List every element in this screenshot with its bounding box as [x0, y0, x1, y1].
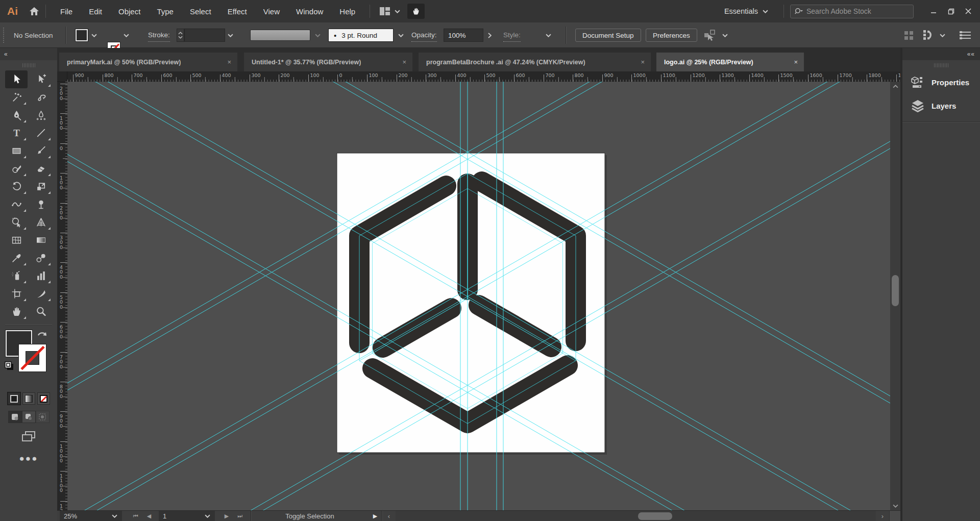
document-setup-button[interactable]: Document Setup — [575, 29, 641, 42]
paintbrush-tool-icon[interactable] — [30, 142, 52, 160]
swap-fill-stroke-icon[interactable] — [37, 331, 48, 341]
rotate-tool-icon[interactable] — [5, 178, 28, 195]
vertical-ruler[interactable]: 2 0 01 0 001 0 02 0 03 0 04 0 05 0 06 0 … — [57, 82, 67, 510]
magic-wand-tool-icon[interactable] — [5, 88, 28, 106]
width-tool-icon[interactable] — [5, 195, 28, 213]
color-button[interactable] — [8, 392, 20, 405]
menu-edit[interactable]: Edit — [81, 0, 110, 22]
menu-view[interactable]: View — [255, 0, 288, 22]
direct-selection-tool-icon[interactable] — [30, 70, 52, 88]
stroke-weight-stepper[interactable] — [177, 29, 184, 42]
select-similar-chevron-icon[interactable] — [720, 29, 730, 42]
ruler-origin-corner[interactable] — [57, 71, 67, 82]
style-chevron-icon[interactable] — [543, 29, 553, 42]
artboard-number-field[interactable]: 1 — [159, 511, 200, 521]
status-expand-icon[interactable]: ▶ — [369, 513, 382, 519]
preferences-button[interactable]: Preferences — [646, 29, 697, 42]
panel-grip[interactable] — [902, 63, 980, 67]
style-label[interactable]: Style: — [503, 29, 521, 42]
arrange-documents-icon[interactable] — [379, 7, 400, 16]
symbol-sprayer-tool-icon[interactable] — [5, 267, 28, 285]
hscroll-left-icon[interactable]: ‹ — [382, 512, 396, 520]
zoom-tool-icon[interactable] — [30, 303, 52, 320]
brush-definition-dropdown[interactable]: • 3 pt. Round — [328, 29, 394, 42]
hand-tool-toggle-icon[interactable] — [407, 4, 425, 19]
menu-window[interactable]: Window — [288, 0, 331, 22]
select-similar-icon[interactable] — [703, 29, 717, 42]
draw-normal-icon[interactable] — [8, 411, 22, 423]
menu-object[interactable]: Object — [110, 0, 149, 22]
curvature-tool-icon[interactable] — [30, 106, 52, 124]
stroke-weight-field[interactable] — [184, 29, 225, 42]
gradient-tool-icon[interactable] — [30, 231, 52, 249]
document-tab[interactable]: logo.ai @ 25% (RGB/Preview)× — [656, 53, 804, 71]
menu-file[interactable]: File — [52, 0, 81, 22]
screen-mode-icon[interactable] — [0, 430, 57, 442]
snap-options-icon[interactable] — [923, 29, 935, 42]
shaper-tool-icon[interactable] — [5, 160, 28, 178]
stroke-weight-label[interactable]: Stroke: — [148, 29, 170, 42]
zoom-level-field[interactable]: 25% — [60, 511, 107, 521]
default-fill-stroke-icon[interactable] — [4, 361, 14, 371]
scroll-down-icon[interactable] — [890, 501, 900, 510]
close-icon[interactable] — [960, 4, 977, 19]
first-artboard-icon[interactable]: ⏮ — [129, 513, 142, 519]
opacity-field[interactable]: 100% — [444, 29, 483, 42]
draw-behind-icon[interactable] — [22, 411, 36, 423]
pen-tool-icon[interactable] — [5, 106, 28, 124]
tab-properties[interactable]: Properties — [902, 70, 980, 94]
artboard-chevron-icon[interactable] — [200, 511, 215, 521]
lasso-tool-icon[interactable] — [30, 88, 52, 106]
mesh-tool-icon[interactable] — [5, 231, 28, 249]
next-artboard-icon[interactable]: ▶ — [220, 513, 233, 519]
opacity-label[interactable]: Opacity: — [411, 29, 437, 42]
tab-close-icon[interactable]: × — [394, 58, 406, 66]
draw-inside-icon[interactable] — [36, 411, 50, 423]
menu-select[interactable]: Select — [182, 0, 219, 22]
grid-view-icon[interactable] — [904, 29, 914, 42]
tab-close-icon[interactable]: × — [632, 58, 645, 66]
artboard-tool-icon[interactable] — [5, 285, 28, 303]
toolbar-collapse[interactable]: « — [0, 48, 57, 60]
minimize-button[interactable] — [925, 4, 942, 19]
document-tab[interactable]: primaryMark.ai @ 50% (RGB/Preview)× — [59, 53, 237, 71]
menu-effect[interactable]: Effect — [219, 0, 255, 22]
drag-grip[interactable] — [3, 28, 7, 43]
scale-tool-icon[interactable] — [30, 178, 52, 195]
hscroll-right-icon[interactable]: › — [876, 512, 889, 520]
puppet-warp-tool-icon[interactable] — [30, 195, 52, 213]
none-button[interactable] — [37, 392, 50, 405]
adobe-stock-search[interactable] — [790, 5, 914, 18]
tab-layers[interactable]: Layers — [902, 94, 980, 117]
workspace-switcher[interactable]: Essentials — [724, 7, 768, 15]
vertical-scrollbar[interactable] — [890, 82, 900, 510]
stroke-dropdown-chevron-icon[interactable] — [121, 29, 131, 42]
eyedropper-tool-icon[interactable] — [5, 249, 28, 267]
selection-tool-icon[interactable] — [5, 70, 28, 88]
perspective-grid-tool-icon[interactable] — [30, 213, 52, 231]
scroll-up-icon[interactable] — [890, 82, 900, 91]
zoom-chevron-icon[interactable] — [107, 511, 122, 521]
width-profile-dropdown[interactable] — [250, 29, 310, 42]
shape-builder-tool-icon[interactable] — [5, 213, 28, 231]
edit-toolbar-ellipsis[interactable]: ●●● — [0, 454, 57, 464]
line-segment-tool-icon[interactable] — [30, 124, 52, 142]
hscroll-thumb[interactable] — [638, 512, 672, 520]
previous-artboard-icon[interactable]: ◀ — [142, 513, 156, 519]
document-tab[interactable]: programBetaBrochure .ai @ 47.24% (CMYK/P… — [419, 53, 651, 71]
stroke-weight-chevron-icon[interactable] — [225, 29, 235, 42]
width-profile-chevron-icon[interactable] — [312, 29, 323, 42]
menu-type[interactable]: Type — [149, 0, 182, 22]
stroke-swatch[interactable] — [19, 344, 46, 371]
last-artboard-icon[interactable]: ⏭ — [233, 513, 247, 519]
opacity-expand-icon[interactable] — [484, 29, 495, 42]
document-tab[interactable]: Untitled-1* @ 35.77% (RGB/Preview)× — [244, 53, 412, 71]
search-input[interactable] — [806, 7, 909, 15]
menu-help[interactable]: Help — [331, 0, 363, 22]
restore-button[interactable] — [942, 4, 960, 19]
status-text[interactable]: Toggle Selection — [251, 512, 369, 520]
vscroll-thumb[interactable] — [892, 275, 899, 306]
brush-definition-chevron-icon[interactable] — [396, 29, 406, 42]
rectangle-tool-icon[interactable] — [5, 142, 28, 160]
slice-tool-icon[interactable] — [30, 285, 52, 303]
